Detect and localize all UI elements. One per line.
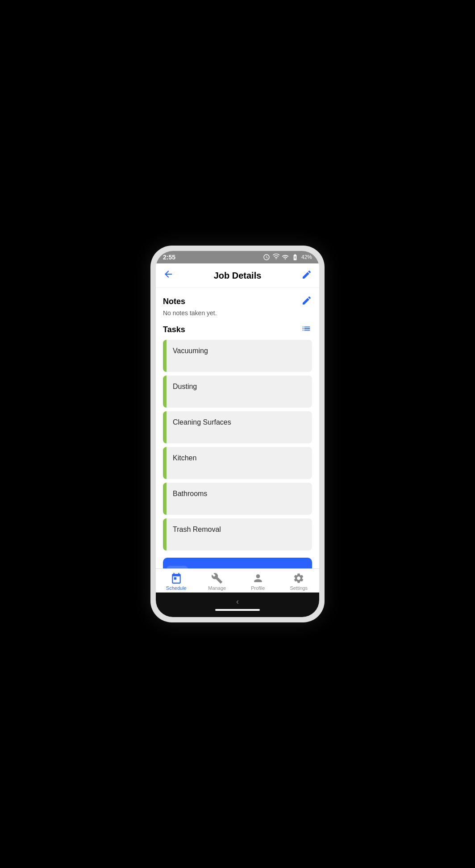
back-gesture-indicator: ‹ <box>236 597 239 606</box>
phone-shell: 2:55 42% Job Details <box>150 246 325 622</box>
nav-item-profile[interactable]: Profile <box>238 572 279 591</box>
task-label: Bathrooms <box>167 483 213 515</box>
bottom-nav: Schedule Manage Profile Settings <box>156 568 319 593</box>
task-item[interactable]: Bathrooms <box>163 483 312 515</box>
nav-label-schedule: Schedule <box>166 585 187 591</box>
alarm-icon <box>263 254 270 261</box>
task-item[interactable]: Trash Removal <box>163 518 312 551</box>
task-accent <box>163 447 167 479</box>
task-label: Dusting <box>167 376 203 408</box>
task-item[interactable]: Cleaning Surfaces <box>163 411 312 443</box>
task-label: Trash Removal <box>167 518 227 551</box>
nav-label-profile: Profile <box>251 585 265 591</box>
task-item[interactable]: Dusting <box>163 376 312 408</box>
task-label: Vacuuming <box>167 340 214 372</box>
task-accent <box>163 340 167 372</box>
task-accent <box>163 483 167 515</box>
battery-percent: 42% <box>301 254 312 260</box>
status-bar: 2:55 42% <box>156 251 319 263</box>
wifi-icon <box>272 254 279 261</box>
status-icons: 42% <box>263 254 312 261</box>
nav-label-manage: Manage <box>208 585 226 591</box>
task-item[interactable]: Vacuuming <box>163 340 312 372</box>
notes-section-header: Notes <box>163 295 312 308</box>
status-time: 2:55 <box>163 254 175 261</box>
battery-icon <box>291 254 299 261</box>
signal-icon <box>282 254 289 261</box>
task-list: Vacuuming Dusting Cleaning Surfaces Kitc… <box>163 340 312 551</box>
nav-label-settings: Settings <box>290 585 308 591</box>
main-content: Notes No notes taken yet. Tasks Vacuumin… <box>156 288 319 568</box>
home-bar: ‹ <box>156 593 319 617</box>
page-title: Job Details <box>214 271 262 281</box>
tasks-section-header: Tasks <box>163 324 312 335</box>
nav-item-schedule[interactable]: Schedule <box>156 572 197 591</box>
task-label: Kitchen <box>167 447 203 479</box>
start-button-container: START <box>163 558 312 568</box>
top-bar: Job Details <box>156 263 319 288</box>
task-label: Cleaning Surfaces <box>167 411 238 443</box>
back-button[interactable] <box>163 269 174 282</box>
start-arrow-icon <box>167 566 188 568</box>
phone-screen: 2:55 42% Job Details <box>156 251 319 617</box>
tasks-title: Tasks <box>163 325 185 334</box>
notes-empty-text: No notes taken yet. <box>163 309 312 317</box>
home-indicator <box>215 609 260 611</box>
task-accent <box>163 376 167 408</box>
edit-button[interactable] <box>301 269 312 282</box>
task-item[interactable]: Kitchen <box>163 447 312 479</box>
notes-title: Notes <box>163 297 185 306</box>
notes-edit-icon[interactable] <box>301 295 312 308</box>
task-accent <box>163 411 167 443</box>
start-button[interactable]: START <box>163 558 312 568</box>
tasks-list-icon[interactable] <box>300 324 312 335</box>
task-accent <box>163 518 167 551</box>
nav-item-manage[interactable]: Manage <box>197 572 238 591</box>
nav-item-settings[interactable]: Settings <box>279 572 320 591</box>
